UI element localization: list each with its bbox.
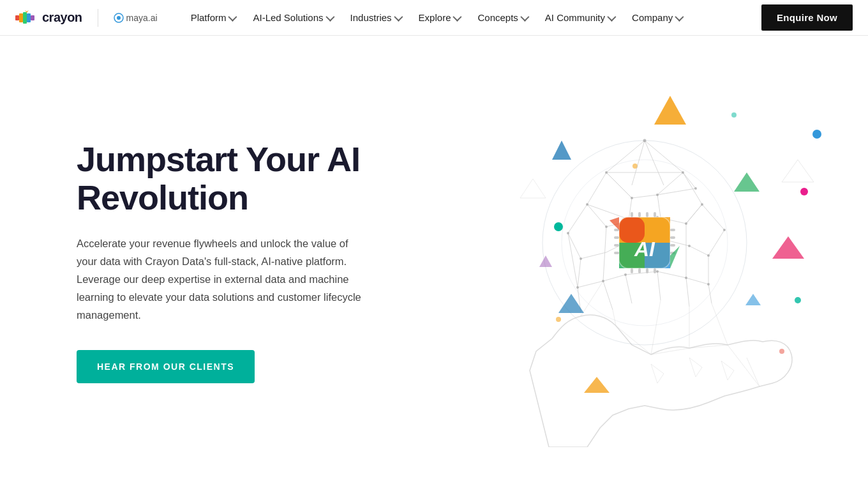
svg-point-80 [580,257,582,260]
network-hand-svg: AI [434,77,830,447]
svg-point-79 [567,232,569,234]
svg-rect-128 [670,236,675,239]
svg-marker-106 [772,236,804,259]
nav-item-ai-community[interactable]: AI Community [537,7,622,28]
svg-point-71 [586,203,588,206]
crayon-logo-icon [15,10,38,26]
svg-line-25 [657,172,683,195]
svg-line-99 [651,348,689,355]
svg-point-14 [731,112,737,118]
svg-point-87 [624,273,627,276]
chevron-down-icon [675,12,684,21]
svg-point-74 [605,225,608,228]
svg-point-109 [556,317,561,322]
svg-line-20 [632,141,645,185]
svg-line-18 [645,141,683,172]
nav-item-company[interactable]: Company [624,7,689,28]
navbar: crayon maya.ai Platform AI-Led Solutions… [0,0,868,36]
svg-rect-0 [15,15,19,20]
svg-point-11 [554,222,563,231]
svg-marker-140 [670,246,680,268]
svg-line-22 [587,172,606,204]
svg-line-44 [603,275,625,281]
svg-point-72 [701,203,703,206]
svg-line-47 [686,278,708,284]
svg-line-51 [603,227,606,281]
svg-marker-111 [539,255,552,267]
svg-line-45 [625,271,657,275]
nav-item-explore[interactable]: Explore [411,7,468,28]
svg-marker-139 [610,217,619,230]
svg-point-84 [707,254,710,257]
svg-line-27 [683,172,696,188]
svg-line-100 [616,326,651,355]
chevron-down-icon [394,12,403,21]
svg-rect-127 [670,229,675,231]
svg-rect-137 [646,268,648,273]
svg-point-7 [117,16,121,20]
hero-description: Accelerate your revenue flywheels and un… [77,234,370,324]
svg-marker-110 [745,294,761,305]
svg-rect-129 [670,244,675,247]
nav-item-platform[interactable]: Platform [183,7,243,28]
nav-right: Enquire Now [761,4,853,31]
svg-line-43 [578,281,603,287]
svg-point-108 [795,297,801,303]
svg-rect-136 [638,268,641,273]
svg-marker-107 [734,172,760,192]
svg-line-93 [651,300,661,355]
svg-line-21 [645,141,664,185]
svg-point-88 [656,270,659,273]
svg-rect-126 [614,252,619,254]
svg-point-112 [779,349,784,354]
svg-point-10 [800,188,808,195]
svg-rect-3 [27,13,31,22]
nav-item-industries[interactable]: Industries [343,7,408,28]
hero-title: Jumpstart Your AI Revolution [77,141,396,217]
svg-line-57 [657,188,696,195]
enquire-now-button[interactable]: Enquire Now [761,4,853,31]
crayon-brand-name: crayon [42,10,82,25]
chevron-down-icon [228,12,237,21]
svg-rect-138 [654,268,656,273]
svg-line-63 [657,271,661,300]
svg-rect-133 [646,212,648,217]
chevron-down-icon [326,12,334,21]
maya-logo[interactable]: maya.ai [114,13,158,23]
maya-brand-name: maya.ai [126,13,158,23]
svg-line-37 [581,252,606,259]
svg-point-85 [576,286,579,289]
svg-point-67 [605,171,608,174]
chevron-down-icon [520,12,529,21]
svg-line-64 [686,278,689,307]
svg-line-26 [683,172,702,204]
svg-marker-101 [651,364,664,383]
hear-from-clients-button[interactable]: HEAR FROM OUR CLIENTS [77,350,255,383]
crayon-logo[interactable]: crayon [15,10,82,26]
svg-point-78 [723,229,726,231]
hero-content: Jumpstart Your AI Revolution Accelerate … [0,89,396,434]
svg-marker-102 [689,358,702,377]
svg-point-69 [631,197,633,199]
svg-marker-8 [654,96,686,125]
svg-point-90 [707,283,710,286]
svg-point-73 [694,187,697,190]
svg-rect-132 [638,212,641,217]
nav-item-concepts[interactable]: Concepts [470,7,534,28]
svg-text:AI: AI [634,238,655,261]
svg-marker-113 [782,160,814,182]
chevron-down-icon [453,12,462,21]
svg-point-66 [643,139,647,142]
svg-line-97 [728,345,760,386]
svg-point-68 [682,171,684,174]
nav-left: crayon maya.ai Platform AI-Led Solutions… [15,7,689,28]
svg-line-34 [702,204,724,230]
svg-line-61 [603,281,613,310]
svg-marker-103 [721,361,734,380]
svg-rect-131 [631,212,633,217]
hero-illustration: AI [434,77,830,447]
svg-rect-124 [614,236,619,239]
nav-item-ai-led-solutions[interactable]: AI-Led Solutions [245,7,340,28]
svg-line-91 [581,281,603,316]
svg-line-65 [708,284,712,303]
